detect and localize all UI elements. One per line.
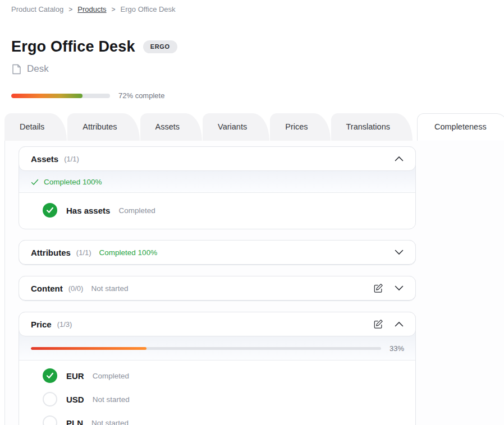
edit-icon[interactable] <box>373 283 384 294</box>
section-assets-header[interactable]: Assets (1/1) <box>19 146 416 171</box>
empty-circle-icon <box>43 392 57 406</box>
template-name: Desk <box>27 63 49 75</box>
breadcrumb-separator: > <box>68 6 72 13</box>
price-progress-label: 33% <box>390 344 404 353</box>
progress-fill <box>11 94 83 98</box>
price-progress-track <box>31 347 381 350</box>
completeness-item-eur: EUR Completed <box>19 364 415 387</box>
completeness-item-has-assets: Has assets Completed <box>19 196 415 227</box>
completeness-panel: Assets (1/1) Completed 100% Has assets C… <box>4 141 504 425</box>
breadcrumb-separator: > <box>112 6 116 13</box>
chevron-down-icon[interactable] <box>395 250 404 255</box>
section-price-header[interactable]: Price (1/3) <box>19 312 416 336</box>
section-content-header[interactable]: Content (0/0) Not started <box>19 276 416 301</box>
section-assets: Assets (1/1) Completed 100% Has assets C… <box>19 146 416 229</box>
item-status: Completed <box>118 206 155 215</box>
section-content: Content (0/0) Not started <box>19 276 416 301</box>
item-status: Not started <box>91 419 129 425</box>
breadcrumb-item-current: Ergo Office Desk <box>121 5 176 13</box>
section-title: Attributes <box>31 248 71 257</box>
check-icon <box>31 179 39 186</box>
tab-attributes[interactable]: Attributes <box>67 113 139 141</box>
section-title: Price <box>31 320 52 329</box>
completeness-item-usd: USD Not started <box>19 387 415 411</box>
item-label: Has assets <box>66 206 110 215</box>
tab-variants[interactable]: Variants <box>203 113 269 141</box>
section-count: (1/3) <box>57 320 72 329</box>
section-count: (1/1) <box>64 155 79 163</box>
section-attributes-header[interactable]: Attributes (1/1) Completed 100% <box>19 240 416 265</box>
price-progress-fill <box>31 347 146 350</box>
tab-assets[interactable]: Assets <box>140 113 203 141</box>
empty-circle-icon <box>43 415 57 425</box>
tab-bar: Details Attributes Assets Variants Price… <box>4 113 504 141</box>
chevron-down-icon[interactable] <box>395 285 404 291</box>
breadcrumb-item-products[interactable]: Products <box>77 5 106 13</box>
page-title: Ergo Office Desk <box>11 38 135 56</box>
item-status: Completed <box>93 372 129 380</box>
section-count: (1/1) <box>76 248 91 257</box>
item-label: PLN <box>66 418 83 425</box>
section-attributes: Attributes (1/1) Completed 100% <box>19 240 416 265</box>
section-status-label: Completed 100% <box>99 248 158 257</box>
item-label: EUR <box>66 371 84 381</box>
breadcrumb-item-catalog[interactable]: Product Catalog <box>11 5 63 13</box>
item-label: USD <box>66 395 84 404</box>
section-title: Content <box>31 284 63 293</box>
section-status-label: Completed 100% <box>44 178 102 186</box>
tab-completeness[interactable]: Completeness <box>417 113 504 141</box>
breadcrumb: Product Catalog > Products > Ergo Office… <box>0 0 504 13</box>
check-circle-icon <box>43 368 57 383</box>
section-count: (0/0) <box>68 284 84 293</box>
overall-progress: 72% complete <box>0 75 504 100</box>
sku-badge: ERGO <box>143 40 177 53</box>
tab-details[interactable]: Details <box>4 113 67 141</box>
page-header: Ergo Office Desk ERGO <box>0 13 504 56</box>
chevron-up-icon[interactable] <box>395 321 404 327</box>
check-circle-icon <box>43 203 57 218</box>
section-status-label: Not started <box>91 284 128 293</box>
template-row: Desk <box>0 56 504 75</box>
section-price: Price (1/3) 33% <box>19 312 416 425</box>
chevron-up-icon[interactable] <box>395 156 404 161</box>
document-icon <box>12 64 21 75</box>
tab-prices[interactable]: Prices <box>270 113 330 141</box>
edit-icon[interactable] <box>373 318 384 330</box>
progress-track <box>11 94 110 98</box>
completeness-item-pln: PLN Not started <box>19 411 415 425</box>
tab-translations[interactable]: Translations <box>331 113 413 141</box>
progress-label: 72% complete <box>118 91 164 100</box>
item-status: Not started <box>93 395 130 404</box>
section-title: Assets <box>31 154 58 164</box>
